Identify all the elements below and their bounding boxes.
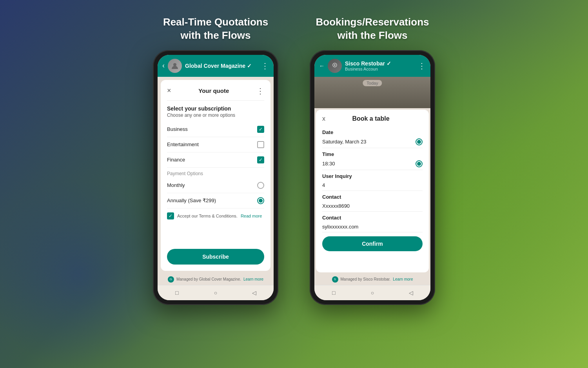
terms-checkbox[interactable]: ✓	[167, 212, 174, 219]
field-contact2-label: Contact	[322, 215, 423, 221]
left-form-header: × Your quote ⋮	[167, 86, 264, 101]
option-finance-checkbox[interactable]: ✓	[257, 156, 264, 163]
right-form-header: x Book a table	[322, 115, 423, 122]
confirm-button[interactable]: Confirm	[322, 236, 423, 251]
field-contact2-row: sylixxxxxxx.com	[322, 221, 423, 232]
field-date-label: Date	[322, 129, 423, 135]
right-nav-back-icon[interactable]: ◁	[407, 288, 416, 297]
right-form-close[interactable]: x	[322, 115, 325, 122]
option-business-checkbox[interactable]: ✓	[257, 126, 264, 133]
payment-monthly-label: Monthly	[167, 182, 185, 188]
right-contact-info: Sisco Restobar ✓ Business Accoun	[345, 60, 415, 71]
left-chat-area: × Your quote ⋮ Select your subscription …	[158, 77, 274, 285]
terms-link[interactable]: Read more	[241, 214, 262, 218]
field-time-row: 18:30	[322, 158, 423, 170]
right-chat-area: Today x Book a table Date Satu	[314, 77, 430, 285]
right-bottom-nav: □ ○ ◁	[314, 285, 430, 300]
option-finance[interactable]: Finance ✓	[167, 152, 264, 168]
nav-square-icon[interactable]: □	[172, 288, 181, 297]
left-phone-inner: ‹ Global Cover Magazine ✓ ⋮	[158, 55, 274, 300]
right-managed-icon: S	[332, 276, 338, 283]
left-managed-footer: G Managed by Global Cover Magazine. Lear…	[158, 274, 274, 285]
payment-section-label: Payment Options	[167, 171, 264, 176]
left-contact-name: Global Cover Magazine ✓	[185, 63, 258, 69]
left-wa-header: ‹ Global Cover Magazine ✓ ⋮	[158, 55, 274, 77]
field-time-radio[interactable]	[416, 160, 423, 167]
right-book-form: x Book a table Date Saturday, March 23	[316, 110, 429, 272]
left-more-icon[interactable]: ⋮	[261, 61, 269, 71]
left-form-section-sub: Choose any one or more options	[167, 112, 264, 118]
field-contact1-value: Xxxxxx8690	[322, 203, 350, 209]
right-back-arrow[interactable]: ←	[319, 63, 325, 69]
payment-monthly-radio[interactable]	[257, 182, 264, 189]
field-time-value: 18:30	[322, 161, 335, 167]
payment-monthly[interactable]: Monthly	[167, 178, 264, 193]
right-section-title: Bookings/Reservations with the Flows	[316, 16, 429, 42]
right-phone-frame: ← Sisco Restobar ✓ Business Accoun ⋮	[310, 50, 435, 305]
right-managed-link[interactable]: Learn more	[393, 277, 413, 281]
left-quote-form: × Your quote ⋮ Select your subscription …	[161, 80, 270, 271]
right-contact-sub: Business Accoun	[345, 67, 415, 71]
option-entertainment[interactable]: Entertainment	[167, 137, 264, 152]
right-more-icon[interactable]: ⋮	[418, 61, 426, 71]
svg-point-0	[173, 63, 176, 66]
option-finance-label: Finance	[167, 157, 185, 163]
right-nav-square-icon[interactable]: □	[329, 288, 338, 297]
right-managed-footer: S Managed by Sisco Restobar. Learn more	[314, 274, 430, 285]
terms-text: Accept our Terms & Conditions.	[177, 214, 238, 218]
right-avatar	[328, 59, 342, 73]
right-contact-name: Sisco Restobar ✓	[345, 60, 415, 67]
right-wa-header: ← Sisco Restobar ✓ Business Accoun ⋮	[314, 55, 430, 77]
payment-annually[interactable]: Annually (Save ₹299)	[167, 193, 264, 208]
left-back-arrow[interactable]: ‹	[162, 62, 165, 70]
field-contact1-row: Xxxxxx8690	[322, 201, 423, 212]
left-form-more[interactable]: ⋮	[256, 86, 264, 96]
field-time-label: Time	[322, 151, 423, 157]
right-form-title: Book a table	[352, 115, 389, 122]
left-managed-link[interactable]: Learn more	[243, 277, 263, 281]
option-entertainment-label: Entertainment	[167, 141, 199, 147]
left-section: Real-Time Quotations with the Flows ‹ Gl…	[153, 16, 278, 305]
left-form-section-title: Select your subscription	[167, 105, 264, 112]
option-business[interactable]: Business ✓	[167, 122, 264, 137]
field-date-row: Saturday, March 23	[322, 136, 423, 148]
terms-row: ✓ Accept our Terms & Conditions. Read mo…	[167, 212, 264, 219]
payment-annually-radio[interactable]	[257, 197, 264, 204]
right-chat-image: Today	[314, 77, 430, 108]
right-section: Bookings/Reservations with the Flows ← S…	[310, 16, 435, 305]
nav-back-icon[interactable]: ◁	[250, 288, 259, 297]
left-avatar	[168, 59, 182, 73]
left-contact-info: Global Cover Magazine ✓	[185, 63, 258, 69]
left-phone-frame: ‹ Global Cover Magazine ✓ ⋮	[153, 50, 278, 305]
subscribe-button[interactable]: Subscribe	[167, 249, 264, 265]
left-form-close[interactable]: ×	[167, 87, 171, 95]
field-inquiry-row: 4	[322, 180, 423, 191]
left-section-title: Real-Time Quotations with the Flows	[163, 16, 268, 42]
field-contact1-label: Contact	[322, 194, 423, 200]
field-date-value: Saturday, March 23	[322, 139, 366, 145]
right-phone-inner: ← Sisco Restobar ✓ Business Accoun ⋮	[314, 55, 430, 300]
field-inquiry-label: User Inquiry	[322, 173, 423, 179]
left-managed-text: Managed by Global Cover Magazine.	[176, 277, 241, 281]
field-contact2-value: sylixxxxxxx.com	[322, 224, 358, 230]
nav-circle-icon[interactable]: ○	[211, 288, 220, 297]
right-managed-text: Managed by Sisco Restobar.	[341, 277, 391, 281]
right-chat-image-overlay: Today	[314, 77, 430, 108]
field-inquiry-value: 4	[322, 182, 325, 188]
option-entertainment-checkbox[interactable]	[257, 141, 264, 148]
payment-annually-label: Annually (Save ₹299)	[167, 198, 216, 203]
today-badge: Today	[363, 80, 382, 86]
left-managed-icon: G	[168, 276, 174, 283]
right-nav-circle-icon[interactable]: ○	[368, 288, 377, 297]
field-date-radio[interactable]	[416, 138, 423, 145]
option-business-label: Business	[167, 126, 188, 132]
left-bottom-nav: □ ○ ◁	[158, 285, 274, 300]
left-form-title: Your quote	[198, 87, 229, 94]
